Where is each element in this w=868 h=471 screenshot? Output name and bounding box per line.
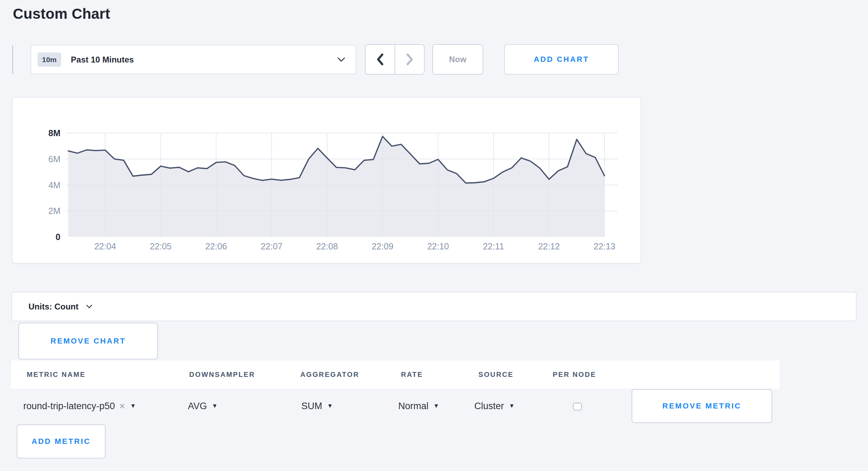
caret-down-icon: ▼ [433, 403, 439, 410]
caret-down-icon: ▼ [212, 403, 218, 410]
timeseries-chart: 8M6M4M2M022:0422:0522:0622:0722:0822:092… [12, 98, 641, 263]
add-metric-label: ADD METRIC [32, 437, 91, 446]
column-header-source: SOURCE [478, 361, 514, 389]
svg-text:22:07: 22:07 [261, 241, 283, 251]
svg-text:2M: 2M [48, 206, 60, 216]
metric-table-row: round-trip-latency-p50 × ▼ AVG ▼ SUM ▼ N… [11, 389, 779, 423]
chart-card: 8M6M4M2M022:0422:0522:0622:0722:0822:092… [12, 97, 641, 264]
rate-value: Normal [398, 401, 428, 412]
column-header-per-node: PER NODE [553, 361, 596, 389]
chevron-down-icon [337, 57, 345, 62]
time-range-label: Past 10 Minutes [71, 55, 337, 65]
svg-text:22:11: 22:11 [483, 241, 504, 251]
now-button[interactable]: Now [432, 44, 483, 75]
svg-text:22:06: 22:06 [205, 241, 227, 251]
add-metric-button[interactable]: ADD METRIC [17, 424, 106, 458]
svg-text:22:08: 22:08 [316, 241, 338, 251]
rate-dropdown[interactable]: Normal ▼ [398, 389, 439, 423]
toolbar-divider [12, 46, 13, 74]
svg-text:22:09: 22:09 [372, 241, 394, 251]
downsampler-dropdown[interactable]: AVG ▼ [188, 389, 218, 423]
chevron-down-icon [86, 305, 92, 309]
svg-text:4M: 4M [48, 180, 60, 190]
caret-down-icon: ▼ [130, 403, 136, 410]
remove-chart-label: REMOVE CHART [51, 337, 126, 346]
metrics-table-header: METRIC NAME DOWNSAMPLER AGGREGATOR RATE … [11, 361, 779, 389]
now-button-label: Now [449, 55, 466, 64]
add-chart-label: ADD CHART [534, 55, 589, 64]
svg-text:22:12: 22:12 [538, 241, 560, 251]
downsampler-value: AVG [188, 401, 207, 412]
chevron-right-icon [406, 53, 413, 65]
svg-text:22:10: 22:10 [427, 241, 449, 251]
source-value: Cluster [474, 401, 504, 412]
per-node-checkbox[interactable] [573, 403, 582, 411]
svg-text:22:05: 22:05 [150, 241, 172, 251]
units-dropdown-label: Units: Count [28, 302, 78, 312]
chevron-left-icon [377, 53, 384, 65]
remove-metric-button[interactable]: REMOVE METRIC [632, 389, 772, 423]
add-chart-button[interactable]: ADD CHART [504, 44, 619, 75]
aggregator-dropdown[interactable]: SUM ▼ [301, 389, 333, 423]
column-header-metric-name: METRIC NAME [27, 361, 86, 389]
column-header-aggregator: AGGREGATOR [300, 361, 359, 389]
time-scale-badge: 10m [37, 52, 61, 67]
metric-name-dropdown[interactable]: round-trip-latency-p50 × ▼ [23, 389, 136, 423]
time-nav-group [365, 44, 425, 75]
svg-text:8M: 8M [48, 128, 60, 138]
clear-metric-icon[interactable]: × [119, 401, 125, 411]
time-range-dropdown[interactable]: 10m Past 10 Minutes [31, 45, 356, 74]
page-title: Custom Chart [13, 6, 110, 22]
svg-text:22:04: 22:04 [94, 241, 116, 251]
caret-down-icon: ▼ [509, 403, 515, 410]
svg-text:6M: 6M [48, 154, 60, 164]
remove-metric-label: REMOVE METRIC [662, 402, 741, 411]
column-header-rate: RATE [401, 361, 423, 389]
column-header-downsampler: DOWNSAMPLER [189, 361, 255, 389]
units-dropdown[interactable]: Units: Count [11, 292, 857, 321]
metric-name-value: round-trip-latency-p50 [23, 401, 115, 412]
svg-text:0: 0 [56, 232, 60, 242]
aggregator-value: SUM [301, 401, 322, 412]
svg-text:22:13: 22:13 [594, 241, 616, 251]
source-dropdown[interactable]: Cluster ▼ [474, 389, 515, 423]
time-back-button[interactable] [366, 45, 394, 74]
time-forward-button[interactable] [394, 45, 424, 74]
remove-chart-button[interactable]: REMOVE CHART [18, 323, 158, 360]
caret-down-icon: ▼ [327, 403, 333, 410]
